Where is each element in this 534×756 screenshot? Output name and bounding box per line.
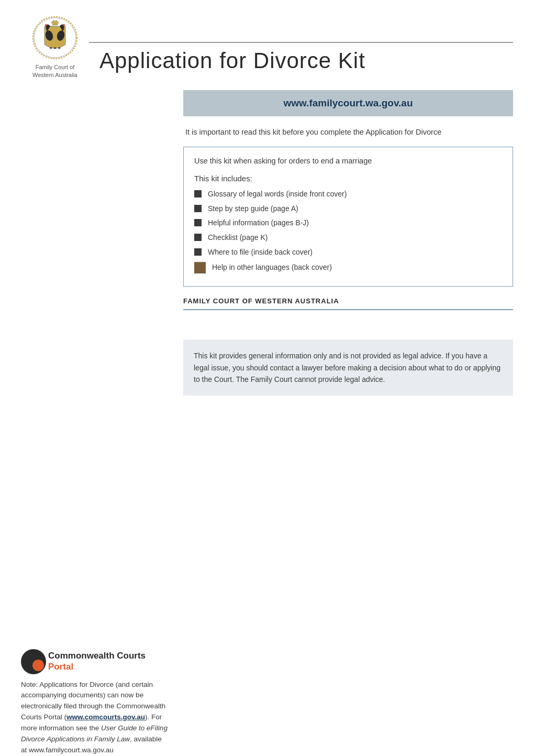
disclaimer-text: This kit provides general information on…	[194, 350, 503, 385]
cc-portal: Portal	[48, 662, 146, 672]
svg-point-4	[63, 24, 65, 26]
coat-of-arms-icon: ★ ★ ★	[31, 16, 79, 60]
bullet-icon	[194, 205, 202, 212]
logo-area: ★ ★ ★ Family Court of Western Australia	[21, 16, 89, 80]
right-column: www.familycourt.wa.gov.au It is importan…	[183, 90, 513, 756]
kit-includes-title: This kit includes:	[194, 174, 502, 183]
website-banner: www.familycourt.wa.gov.au	[183, 90, 513, 116]
kit-item-2: Step by step guide (page A)	[208, 204, 298, 214]
cc-text-area: Commonwealth Courts Portal	[48, 651, 146, 672]
kit-list: Glossary of legal words (inside front co…	[194, 189, 502, 273]
bullet-icon	[194, 190, 202, 198]
intro-text: It is important to read this kit before …	[183, 127, 513, 138]
help-item: Help in other languages (back cover)	[212, 262, 332, 273]
info-box: Use this kit when asking for orders to e…	[183, 147, 513, 287]
note-text: Note: Applications for Divorce (and cert…	[21, 680, 168, 756]
org-name: Family Court of Western Australia	[32, 63, 77, 80]
cc-logo: Commonwealth Courts Portal	[21, 649, 168, 674]
list-item: Helpful information (pages B-J)	[194, 218, 502, 228]
list-item: Step by step guide (page A)	[194, 204, 502, 214]
list-item: Where to file (inside back cover)	[194, 247, 502, 258]
kit-item-4: Checklist (page K)	[208, 233, 268, 243]
use-kit-text: Use this kit when asking for orders to e…	[194, 156, 502, 167]
page: ★ ★ ★ Family Court of Western Australia …	[0, 0, 534, 756]
title-area: Application for Divorce Kit	[89, 42, 513, 73]
website-url[interactable]: www.familycourt.wa.gov.au	[283, 97, 413, 108]
kit-item-3: Helpful information (pages B-J)	[208, 218, 309, 228]
main-content: Commonwealth Courts Portal Note: Applica…	[0, 90, 534, 756]
svg-text:★ ★ ★: ★ ★ ★	[49, 46, 61, 50]
kit-item-5: Where to file (inside back cover)	[208, 247, 313, 258]
main-title: Application for Divorce Kit	[99, 48, 513, 73]
header: ★ ★ ★ Family Court of Western Australia …	[0, 0, 534, 80]
kit-item-1: Glossary of legal words (inside front co…	[208, 189, 347, 200]
list-item: Checklist (page K)	[194, 233, 502, 243]
comcourts-link[interactable]: www.comcourts.gov.au	[66, 713, 145, 721]
bullet-icon	[194, 219, 202, 226]
svg-point-2	[45, 24, 47, 26]
bullet-icon	[194, 248, 202, 256]
left-column: Commonwealth Courts Portal Note: Applica…	[21, 90, 183, 756]
bullet-brown-icon	[194, 262, 206, 273]
list-item: Glossary of legal words (inside front co…	[194, 189, 502, 200]
disclaimer-box: This kit provides general information on…	[183, 339, 513, 396]
bullet-icon	[194, 234, 202, 241]
cc-circle-icon	[21, 649, 46, 674]
commonwealth-section: Commonwealth Courts Portal Note: Applica…	[21, 639, 168, 756]
cc-title: Commonwealth Courts	[48, 651, 146, 661]
family-court-heading: FAMILY COURT OF WESTERN AUSTRALIA	[183, 297, 513, 310]
list-item-help: Help in other languages (back cover)	[194, 261, 502, 273]
